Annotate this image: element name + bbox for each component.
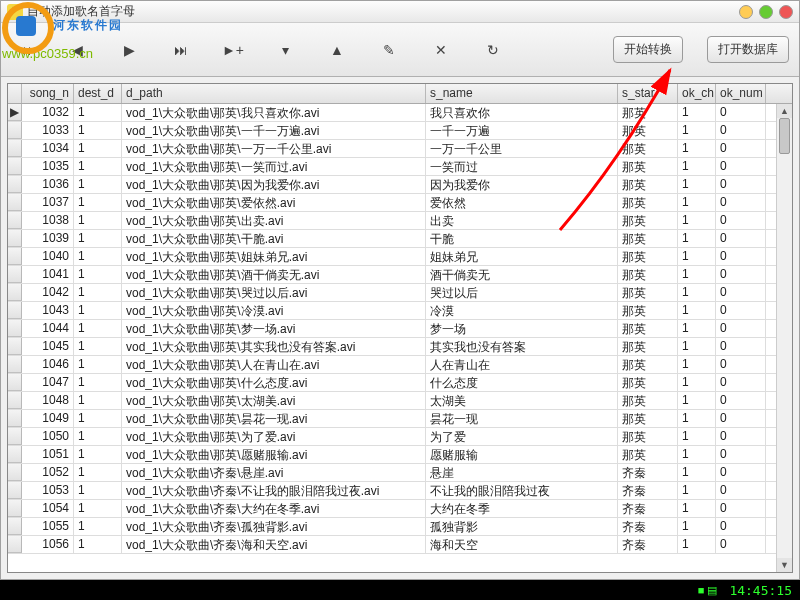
cell-s-star[interactable]: 那英 (618, 392, 678, 409)
cell-s-star[interactable]: 齐秦 (618, 464, 678, 481)
cell-dest-d[interactable]: 1 (74, 500, 122, 517)
cell-ok-num[interactable]: 0 (716, 518, 766, 535)
cell-s-star[interactable]: 齐秦 (618, 500, 678, 517)
up-icon[interactable]: ▲ (323, 37, 351, 63)
table-row[interactable]: 10501vod_1\大众歌曲\那英\为了爱.avi为了爱那英10 (8, 428, 792, 446)
cell-song-n[interactable]: 1046 (22, 356, 74, 373)
cell-s-name[interactable]: 姐妹弟兄 (426, 248, 618, 265)
cell-dest-d[interactable]: 1 (74, 446, 122, 463)
maximize-button[interactable] (759, 5, 773, 19)
cell-s-star[interactable]: 那英 (618, 302, 678, 319)
cell-song-n[interactable]: 1032 (22, 104, 74, 121)
edit-icon[interactable]: ✎ (375, 37, 403, 63)
cell-dest-d[interactable]: 1 (74, 536, 122, 553)
cell-ok-ch[interactable]: 1 (678, 518, 716, 535)
cell-s-star[interactable]: 齐秦 (618, 482, 678, 499)
cell-dest-d[interactable]: 1 (74, 464, 122, 481)
cell-ok-ch[interactable]: 1 (678, 374, 716, 391)
cell-ok-num[interactable]: 0 (716, 230, 766, 247)
cell-d-path[interactable]: vod_1\大众歌曲\那英\因为我爱你.avi (122, 176, 426, 193)
table-row[interactable]: 10551vod_1\大众歌曲\齐秦\孤独背影.avi孤独背影齐秦10 (8, 518, 792, 536)
table-row[interactable]: 10401vod_1\大众歌曲\那英\姐妹弟兄.avi姐妹弟兄那英10 (8, 248, 792, 266)
cell-ok-num[interactable]: 0 (716, 194, 766, 211)
table-row[interactable]: 10491vod_1\大众歌曲\那英\昙花一现.avi昙花一现那英10 (8, 410, 792, 428)
cell-s-name[interactable]: 哭过以后 (426, 284, 618, 301)
cell-ok-num[interactable]: 0 (716, 320, 766, 337)
cell-ok-num[interactable]: 0 (716, 338, 766, 355)
cell-song-n[interactable]: 1045 (22, 338, 74, 355)
cell-d-path[interactable]: vod_1\大众歌曲\那英\爱依然.avi (122, 194, 426, 211)
cell-ok-ch[interactable]: 1 (678, 338, 716, 355)
cell-song-n[interactable]: 1037 (22, 194, 74, 211)
table-row[interactable]: 10461vod_1\大众歌曲\那英\人在青山在.avi人在青山在那英10 (8, 356, 792, 374)
cell-song-n[interactable]: 1036 (22, 176, 74, 193)
prev-record-icon[interactable]: ◀ (63, 37, 91, 63)
cell-dest-d[interactable]: 1 (74, 374, 122, 391)
cell-ok-num[interactable]: 0 (716, 284, 766, 301)
cell-song-n[interactable]: 1054 (22, 500, 74, 517)
cell-ok-ch[interactable]: 1 (678, 446, 716, 463)
cell-ok-ch[interactable]: 1 (678, 410, 716, 427)
cell-ok-ch[interactable]: 1 (678, 482, 716, 499)
cell-ok-num[interactable]: 0 (716, 464, 766, 481)
cell-dest-d[interactable]: 1 (74, 140, 122, 157)
cell-d-path[interactable]: vod_1\大众歌曲\那英\干脆.avi (122, 230, 426, 247)
cell-s-name[interactable]: 梦一场 (426, 320, 618, 337)
cell-song-n[interactable]: 1035 (22, 158, 74, 175)
table-row[interactable]: 10471vod_1\大众歌曲\那英\什么态度.avi什么态度那英10 (8, 374, 792, 392)
cell-d-path[interactable]: vod_1\大众歌曲\齐秦\悬崖.avi (122, 464, 426, 481)
cell-ok-num[interactable]: 0 (716, 536, 766, 553)
cell-s-name[interactable]: 什么态度 (426, 374, 618, 391)
cell-s-name[interactable]: 为了爱 (426, 428, 618, 445)
cell-dest-d[interactable]: 1 (74, 338, 122, 355)
cell-s-name[interactable]: 其实我也没有答案 (426, 338, 618, 355)
cell-s-star[interactable]: 那英 (618, 410, 678, 427)
cell-d-path[interactable]: vod_1\大众歌曲\那英\太湖美.avi (122, 392, 426, 409)
cell-dest-d[interactable]: 1 (74, 518, 122, 535)
cell-s-name[interactable]: 孤独背影 (426, 518, 618, 535)
cell-dest-d[interactable]: 1 (74, 410, 122, 427)
cell-s-star[interactable]: 那英 (618, 356, 678, 373)
header-song-n[interactable]: song_n (22, 84, 74, 103)
cell-dest-d[interactable]: 1 (74, 266, 122, 283)
cell-s-star[interactable]: 那英 (618, 446, 678, 463)
cell-dest-d[interactable]: 1 (74, 284, 122, 301)
cell-s-star[interactable]: 那英 (618, 428, 678, 445)
cell-song-n[interactable]: 1049 (22, 410, 74, 427)
cell-ok-num[interactable]: 0 (716, 140, 766, 157)
cell-song-n[interactable]: 1033 (22, 122, 74, 139)
cell-song-n[interactable]: 1043 (22, 302, 74, 319)
cell-ok-num[interactable]: 0 (716, 392, 766, 409)
cell-song-n[interactable]: 1038 (22, 212, 74, 229)
cell-dest-d[interactable]: 1 (74, 122, 122, 139)
cell-d-path[interactable]: vod_1\大众歌曲\那英\愿赌服输.avi (122, 446, 426, 463)
next-record-icon[interactable]: ▶ (115, 37, 143, 63)
table-row[interactable]: 10411vod_1\大众歌曲\那英\酒干倘卖无.avi酒干倘卖无那英10 (8, 266, 792, 284)
cell-ok-ch[interactable]: 1 (678, 356, 716, 373)
cell-song-n[interactable]: 1056 (22, 536, 74, 553)
tray-icons[interactable]: ■ ▤ (698, 584, 718, 597)
table-row[interactable]: 10481vod_1\大众歌曲\那英\太湖美.avi太湖美那英10 (8, 392, 792, 410)
table-row[interactable]: 10421vod_1\大众歌曲\那英\哭过以后.avi哭过以后那英10 (8, 284, 792, 302)
cell-d-path[interactable]: vod_1\大众歌曲\那英\冷漠.avi (122, 302, 426, 319)
cell-s-name[interactable]: 昙花一现 (426, 410, 618, 427)
minimize-button[interactable] (739, 5, 753, 19)
cell-s-name[interactable]: 酒干倘卖无 (426, 266, 618, 283)
cell-d-path[interactable]: vod_1\大众歌曲\那英\什么态度.avi (122, 374, 426, 391)
cell-d-path[interactable]: vod_1\大众歌曲\那英\一笑而过.avi (122, 158, 426, 175)
start-convert-button[interactable]: 开始转换 (613, 36, 683, 63)
cell-ok-ch[interactable]: 1 (678, 284, 716, 301)
cell-d-path[interactable]: vod_1\大众歌曲\那英\人在青山在.avi (122, 356, 426, 373)
cell-song-n[interactable]: 1050 (22, 428, 74, 445)
table-row[interactable]: 10531vod_1\大众歌曲\齐秦\不让我的眼泪陪我过夜.avi不让我的眼泪陪… (8, 482, 792, 500)
cell-ok-num[interactable]: 0 (716, 410, 766, 427)
cell-ok-num[interactable]: 0 (716, 176, 766, 193)
cell-d-path[interactable]: vod_1\大众歌曲\那英\昙花一现.avi (122, 410, 426, 427)
cell-dest-d[interactable]: 1 (74, 212, 122, 229)
cell-s-star[interactable]: 那英 (618, 320, 678, 337)
cell-d-path[interactable]: vod_1\大众歌曲\那英\一千一万遍.avi (122, 122, 426, 139)
header-ok-num[interactable]: ok_num (716, 84, 766, 103)
cell-d-path[interactable]: vod_1\大众歌曲\那英\出卖.avi (122, 212, 426, 229)
cell-d-path[interactable]: vod_1\大众歌曲\那英\一万一千公里.avi (122, 140, 426, 157)
cell-dest-d[interactable]: 1 (74, 248, 122, 265)
